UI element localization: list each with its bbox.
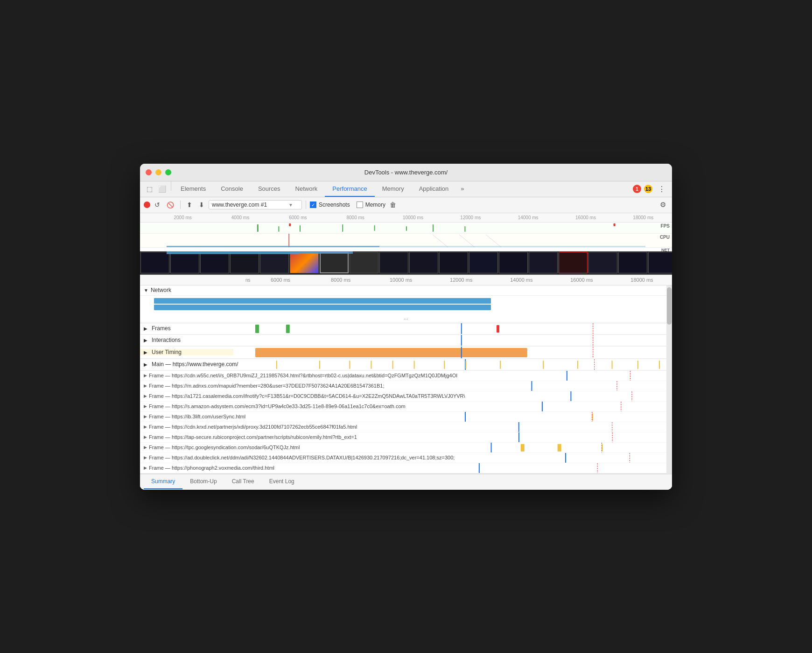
collapse-triangle[interactable]: ▼ (144, 288, 148, 293)
frame-item-9[interactable]: ▶ Frame — https://ad.doubleclick.net/ddm… (140, 453, 672, 463)
svg-rect-6 (433, 224, 434, 232)
user-timing-label[interactable]: ▶ User Timing (140, 349, 233, 355)
frame-item-3[interactable]: ▶ Frame — https://a1721.casalemedia.com/… (140, 391, 672, 402)
memory-toggle[interactable]: Memory (357, 201, 385, 208)
frame-bar-area-6 (357, 422, 668, 432)
frame-item-1[interactable]: ▶ Frame — https://cdn.w55c.net/i/s_0RB7U… (140, 371, 672, 381)
tab-memory[interactable]: Memory (375, 181, 412, 197)
user-timing-triangle[interactable]: ▶ (144, 350, 147, 355)
record-button[interactable] (144, 201, 150, 208)
network-header[interactable]: ▼ Network (140, 285, 672, 296)
screenshot-thumb-colored[interactable] (290, 252, 319, 273)
frame-expand-2[interactable]: ▶ (144, 383, 147, 388)
frame-item-2[interactable]: ▶ Frame — https://m.adnxs.com/mapuid?mem… (140, 381, 672, 391)
screenshot-thumb[interactable] (469, 252, 498, 273)
screenshot-thumb[interactable] (618, 252, 647, 273)
svg-rect-43 (500, 361, 501, 369)
interactions-label[interactable]: ▶ Interactions (140, 337, 233, 343)
frame-expand-4[interactable]: ▶ (144, 404, 147, 409)
screenshot-thumb[interactable] (320, 252, 349, 273)
screenshot-thumb[interactable] (529, 252, 558, 273)
frame-item-6[interactable]: ▶ Frame — https://cdn.krxd.net/partnerjs… (140, 422, 672, 432)
screenshot-thumb[interactable] (350, 252, 378, 273)
window-title: DevTools - www.theverge.com/ (364, 169, 448, 176)
svg-rect-1 (278, 226, 279, 232)
screenshot-thumb[interactable] (230, 252, 259, 273)
main-triangle[interactable]: ▶ (144, 362, 147, 367)
tab-application[interactable]: Application (412, 181, 456, 197)
clear-button[interactable]: 🚫 (164, 200, 176, 210)
frame-expand-6[interactable]: ▶ (144, 424, 147, 429)
scrollbar-thumb[interactable] (667, 287, 672, 325)
performance-toolbar: ↺ 🚫 ⬆ ⬇ ▼ ✓ Screenshots Memory 🗑 ⚙ (140, 197, 672, 213)
screenshot-thumb[interactable] (439, 252, 468, 273)
screenshot-thumb[interactable] (379, 252, 408, 273)
svg-rect-3 (342, 224, 343, 232)
upload-button[interactable]: ⬆ (184, 200, 195, 210)
download-button[interactable]: ⬇ (196, 200, 207, 210)
maximize-button[interactable] (165, 169, 171, 175)
btab-event-log[interactable]: Event Log (262, 474, 302, 489)
frame-item-4[interactable]: ▶ Frame — https://s.amazon-adsystem.com/… (140, 402, 672, 412)
screenshot-thumb[interactable] (409, 252, 438, 273)
reload-button[interactable]: ↺ (152, 200, 162, 210)
settings-button[interactable]: ⚙ (658, 199, 668, 210)
scrollbar[interactable] (666, 285, 672, 474)
url-input[interactable] (212, 201, 287, 208)
error-badge-yellow[interactable]: 13 (644, 185, 652, 193)
btab-call-tree[interactable]: Call Tree (224, 474, 262, 489)
minimize-button[interactable] (155, 169, 161, 175)
frame-expand-7[interactable]: ▶ (144, 435, 147, 439)
frames-label[interactable]: ▶ Frames (140, 325, 233, 332)
warning-count: 13 (645, 186, 651, 192)
screenshot-thumb[interactable] (200, 252, 229, 273)
screenshot-thumb[interactable] (499, 252, 528, 273)
ruler2-labels: 6000 ms 8000 ms 10000 ms 12000 ms 14000 … (250, 277, 672, 283)
frame-item-8[interactable]: ▶ Frame — https://tpc.googlesyndication.… (140, 443, 672, 453)
frame-bar-area-4 (406, 402, 668, 411)
screenshot-thumb[interactable] (140, 252, 169, 273)
cursor-tool[interactable]: ⬚ (144, 181, 155, 197)
screenshots-label: Screenshots (319, 201, 350, 208)
ruler-labels: 2000 ms 4000 ms 6000 ms 8000 ms 10000 ms… (140, 215, 672, 220)
tab-performance[interactable]: Performance (325, 181, 374, 197)
frame-bar-area-1 (457, 371, 668, 381)
frame-expand-1[interactable]: ▶ (144, 373, 147, 378)
frame-expand-3[interactable]: ▶ (144, 394, 147, 398)
delete-button[interactable]: 🗑 (387, 200, 399, 210)
memory-checkbox[interactable] (357, 201, 363, 208)
frame-expand-5[interactable]: ▶ (144, 414, 147, 419)
frame-expand-8[interactable]: ▶ (144, 445, 147, 450)
r2-1: 6000 ms (250, 277, 310, 283)
screenshot-thumb[interactable] (170, 252, 199, 273)
frame-item-10[interactable]: ▶ Frame — https://phonograph2.voxmedia.c… (140, 463, 672, 473)
tab-more[interactable]: » (456, 181, 469, 197)
btab-bottom-up[interactable]: Bottom-Up (182, 474, 224, 489)
device-toggle[interactable]: ⬜ (155, 181, 169, 197)
tab-elements[interactable]: Elements (173, 181, 213, 197)
devtools-menu[interactable]: ⋮ (655, 184, 668, 195)
btab-summary[interactable]: Summary (144, 474, 182, 489)
frames-triangle[interactable]: ▶ (144, 326, 147, 331)
error-badge-red[interactable]: 1 (633, 185, 641, 193)
screenshot-thumb[interactable] (588, 252, 617, 273)
frames-content (233, 323, 672, 334)
tab-sources[interactable]: Sources (251, 181, 288, 197)
frame-item-7[interactable]: ▶ Frame — https://tap-secure.rubiconproj… (140, 432, 672, 443)
tab-network[interactable]: Network (288, 181, 325, 197)
main-label[interactable]: ▶ Main — https://www.theverge.com/ (140, 361, 242, 368)
svg-rect-27 (497, 325, 499, 333)
screenshots-checkbox[interactable]: ✓ (310, 201, 316, 208)
screenshot-thumb[interactable] (260, 252, 289, 273)
screenshot-thumb[interactable] (648, 252, 672, 273)
interactions-triangle[interactable]: ▶ (144, 338, 147, 343)
screenshots-toggle[interactable]: ✓ Screenshots (310, 201, 350, 208)
frame-expand-10[interactable]: ▶ (144, 465, 147, 470)
r2-6: 16000 ms (552, 277, 612, 283)
tab-console[interactable]: Console (213, 181, 251, 197)
frame-expand-9[interactable]: ▶ (144, 455, 147, 460)
screenshot-thumb-red[interactable] (559, 252, 588, 273)
dropdown-arrow[interactable]: ▼ (288, 202, 293, 208)
frame-item-5[interactable]: ▶ Frame — https://ib.3lift.com/userSync.… (140, 412, 672, 422)
close-button[interactable] (146, 169, 152, 175)
